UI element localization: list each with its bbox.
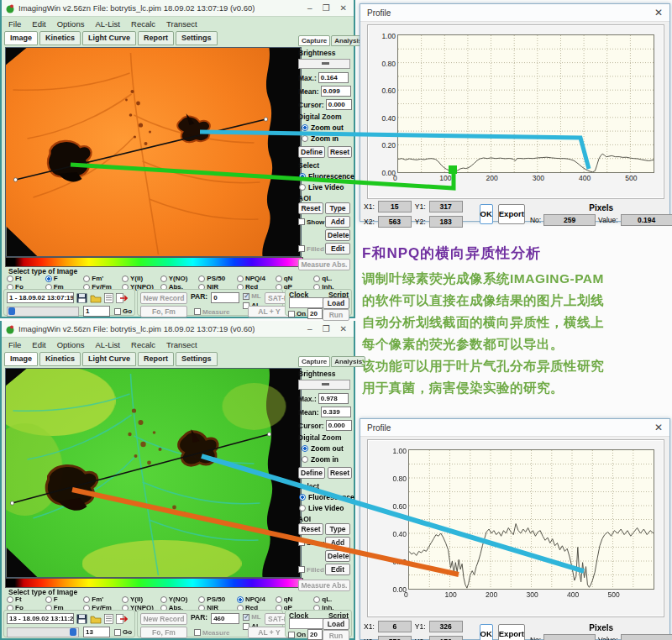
- new-record-button[interactable]: New Record: [140, 613, 187, 625]
- show-checkbox[interactable]: Show: [298, 218, 323, 226]
- al-y-button[interactable]: AL + Y: [248, 306, 290, 317]
- type-radio-qN[interactable]: qN: [276, 595, 314, 603]
- export-button[interactable]: Export: [498, 204, 525, 224]
- profile-plot-f[interactable]: 0.000.200.400.600.801.000100200300400500: [397, 34, 654, 173]
- tab-settings[interactable]: Settings: [176, 31, 218, 45]
- tab-light-curve[interactable]: Light Curve: [82, 352, 136, 366]
- export-icon[interactable]: [116, 293, 128, 303]
- menu-transect[interactable]: Transect: [166, 340, 197, 349]
- type-radio-NPQ4[interactable]: NPQ/4: [237, 595, 276, 603]
- menu-edit[interactable]: Edit: [32, 19, 45, 29]
- aoi-delete-button[interactable]: Delete: [325, 550, 350, 562]
- report-doc-icon[interactable]: [104, 614, 113, 624]
- brightness-slider[interactable]: [298, 380, 350, 390]
- aoi-reset-button[interactable]: Reset: [298, 523, 323, 535]
- type-radio-NPQ4[interactable]: NPQ/4: [237, 275, 276, 282]
- minimize-icon[interactable]: –: [307, 324, 312, 333]
- measure-checkbox[interactable]: Measure: [194, 629, 229, 637]
- type-radio-PS50[interactable]: PS/50: [198, 595, 237, 603]
- titlebar[interactable]: ImagingWin v2.56zn File: botrytis_lc.pim…: [2, 321, 354, 338]
- menu-recalc[interactable]: Recalc: [131, 19, 155, 29]
- menu-file[interactable]: File: [8, 340, 21, 349]
- close-icon[interactable]: ✕: [340, 3, 347, 13]
- type-radio-qL[interactable]: qL.: [313, 595, 352, 603]
- close-icon[interactable]: ✕: [654, 422, 663, 433]
- zoom-out-radio[interactable]: Zoom out: [302, 123, 352, 132]
- ml-checkbox[interactable]: ML: [243, 613, 261, 621]
- minimize-icon[interactable]: –: [307, 3, 312, 13]
- export-icon[interactable]: [116, 614, 128, 624]
- tab-capture[interactable]: Capture: [298, 35, 330, 46]
- aoi-add-button[interactable]: Add: [325, 537, 350, 548]
- filled-checkbox[interactable]: Filled: [298, 566, 323, 574]
- type-radio-Fm2[interactable]: Fm': [83, 595, 122, 603]
- reset-button[interactable]: Reset: [328, 467, 352, 479]
- open-folder-icon[interactable]: [90, 293, 102, 303]
- tab-image[interactable]: Image: [4, 352, 38, 366]
- save-icon[interactable]: [76, 293, 87, 303]
- type-radio-Ft[interactable]: Ft: [7, 595, 45, 603]
- tab-report[interactable]: Report: [138, 352, 174, 366]
- type-radio-YII[interactable]: Y(II): [122, 275, 160, 282]
- menu-al-list[interactable]: AL-List: [95, 19, 120, 29]
- filled-checkbox[interactable]: Filled: [298, 245, 323, 253]
- ml-checkbox[interactable]: ML: [243, 292, 261, 300]
- type-radio-F[interactable]: F: [45, 275, 84, 282]
- record-slider-handle[interactable]: [70, 628, 76, 636]
- fluorescence-radio[interactable]: Fluorescence: [299, 493, 352, 501]
- aoi-delete-button[interactable]: Delete: [325, 229, 350, 241]
- type-radio-qL[interactable]: qL.: [313, 275, 352, 282]
- record-slider[interactable]: [7, 307, 79, 317]
- clock-on-checkbox[interactable]: On: [288, 310, 306, 317]
- ok-button[interactable]: OK: [480, 624, 493, 640]
- save-icon[interactable]: [76, 614, 87, 624]
- menu-options[interactable]: Options: [57, 340, 85, 349]
- tab-light-curve[interactable]: Light Curve: [82, 31, 136, 45]
- aoi-type-button[interactable]: Type: [325, 523, 350, 535]
- reset-button[interactable]: Reset: [328, 146, 352, 158]
- aoi-add-button[interactable]: Add: [325, 216, 350, 228]
- record-number[interactable]: 1: [83, 306, 110, 317]
- fo-fm-button[interactable]: Fo, Fm: [140, 306, 187, 317]
- menu-recalc[interactable]: Recalc: [131, 340, 155, 349]
- maximize-icon[interactable]: ❐: [323, 324, 330, 333]
- type-radio-YNO[interactable]: Y(NO): [160, 275, 199, 282]
- open-folder-icon[interactable]: [90, 614, 102, 624]
- report-doc-icon[interactable]: [104, 293, 113, 303]
- show-checkbox[interactable]: Show: [298, 539, 323, 547]
- menu-transect[interactable]: Transect: [166, 19, 197, 29]
- live-video-radio[interactable]: Live Video: [299, 504, 352, 512]
- titlebar[interactable]: ImagingWin v2.56zn File: botrytis_lc.pim…: [2, 0, 354, 17]
- define-button[interactable]: Define: [298, 467, 325, 479]
- new-record-button[interactable]: New Record: [140, 292, 187, 304]
- type-radio-qN[interactable]: qN: [276, 275, 314, 282]
- par-field[interactable]: 460: [211, 613, 239, 624]
- leaf-image-npq[interactable]: [5, 368, 302, 578]
- tab-kinetics[interactable]: Kinetics: [39, 352, 81, 366]
- record-field[interactable]: 1 - 18.09.02 13:07:19: [7, 292, 74, 303]
- go-checkbox[interactable]: Go: [114, 628, 132, 636]
- maximize-icon[interactable]: ❐: [323, 3, 330, 13]
- fo-fm-button[interactable]: Fo, Fm: [140, 627, 187, 638]
- aoi-edit-button[interactable]: Edit: [325, 564, 350, 575]
- par-field[interactable]: 0: [211, 292, 239, 303]
- run-button[interactable]: Run: [323, 309, 349, 321]
- run-button[interactable]: Run: [323, 630, 349, 640]
- clock-interval[interactable]: 20: [307, 629, 323, 640]
- record-slider[interactable]: [7, 627, 79, 637]
- tab-kinetics[interactable]: Kinetics: [39, 31, 81, 45]
- clock-on-checkbox[interactable]: On: [288, 631, 306, 638]
- define-button[interactable]: Define: [298, 146, 325, 158]
- profile-titlebar[interactable]: Profile ✕: [360, 4, 669, 22]
- profile-titlebar[interactable]: Profile ✕: [360, 419, 669, 437]
- aoi-reset-button[interactable]: Reset: [298, 202, 323, 214]
- type-radio-YII[interactable]: Y(II): [122, 595, 160, 603]
- aoi-edit-button[interactable]: Edit: [325, 243, 350, 254]
- type-radio-YNO[interactable]: Y(NO): [160, 595, 199, 603]
- leaf-image-f[interactable]: [5, 47, 302, 257]
- al-y-button[interactable]: AL + Y: [248, 627, 290, 638]
- measure-abs-button[interactable]: Measure Abs.: [298, 259, 350, 270]
- type-radio-Ft[interactable]: Ft: [7, 275, 45, 282]
- tab-capture[interactable]: Capture: [298, 356, 330, 367]
- profile-plot-npq[interactable]: 0.000.200.400.600.801.000100200300400500: [408, 449, 654, 590]
